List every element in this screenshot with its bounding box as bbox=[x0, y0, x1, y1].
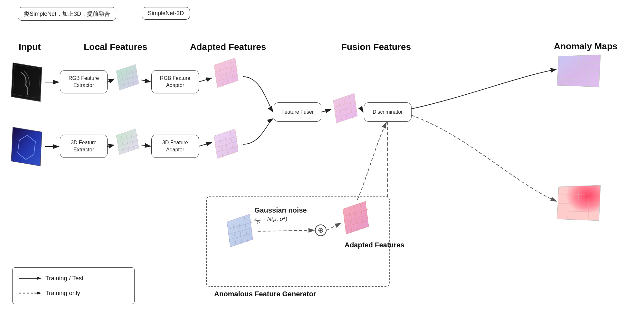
rgb-input-image bbox=[10, 60, 45, 105]
svg-marker-69 bbox=[37, 291, 42, 295]
svg-line-79 bbox=[199, 142, 212, 146]
svg-line-74 bbox=[141, 80, 151, 82]
svg-marker-10 bbox=[116, 129, 139, 155]
adapted-feat-3d bbox=[213, 127, 242, 162]
svg-line-78 bbox=[141, 145, 151, 146]
dashed-arrow-icon bbox=[19, 290, 42, 296]
local-features-title: Local Features bbox=[84, 42, 147, 52]
legend-solid-row: Training / Test bbox=[19, 272, 128, 284]
3d-feature-extractor: 3D FeatureExtractor bbox=[60, 135, 108, 158]
svg-marker-52 bbox=[557, 55, 601, 87]
svg-line-75 bbox=[199, 78, 212, 82]
legend-box: Training / Test Training only bbox=[12, 267, 135, 304]
local-feat-rgb bbox=[115, 63, 140, 95]
top-label-2: SimpleNet-3D bbox=[142, 7, 190, 20]
feature-fuser: Feature Fuser bbox=[274, 102, 321, 122]
legend-solid-label: Training / Test bbox=[45, 272, 83, 284]
discriminator: Discriminator bbox=[364, 102, 412, 122]
svg-marker-67 bbox=[37, 277, 42, 280]
svg-marker-2 bbox=[11, 127, 42, 166]
fusion-features-title: Fusion Features bbox=[341, 42, 411, 52]
input-title: Input bbox=[19, 42, 41, 52]
3d-feature-adaptor: 3D FeatureAdaptor bbox=[151, 135, 199, 158]
anomaly-map-2 bbox=[557, 184, 602, 224]
svg-line-77 bbox=[108, 145, 114, 147]
plus-circle: ⊕ bbox=[315, 224, 327, 236]
gaussian-formula: εijc ~ N(μ, σ2) bbox=[254, 215, 287, 224]
rgb-feature-extractor: RGB Feature Extractor bbox=[60, 70, 108, 93]
adapted-feat-rgb bbox=[213, 56, 242, 91]
adapted-features-bottom-label: Adapted Features bbox=[345, 241, 404, 249]
fusion-feat bbox=[332, 92, 361, 127]
3d-input-image bbox=[10, 124, 45, 169]
anomaly-maps-title: Anomaly Maps bbox=[554, 41, 618, 52]
svg-marker-59 bbox=[557, 185, 601, 221]
legend-dashed-label: Training only bbox=[45, 287, 80, 299]
adapted-features-title: Adapted Features bbox=[190, 42, 266, 52]
anomalous-gen-label: Anomalous Feature Generator bbox=[214, 290, 316, 298]
rgb-feature-adaptor: RGB FeatureAdaptor bbox=[151, 70, 199, 93]
top-label-1: 类SimpleNet，加上3D，提前融合 bbox=[18, 7, 116, 21]
svg-line-80 bbox=[321, 110, 331, 112]
solid-arrow-icon bbox=[19, 275, 42, 282]
svg-line-73 bbox=[108, 79, 114, 82]
svg-line-81 bbox=[361, 109, 363, 112]
svg-marker-0 bbox=[11, 63, 42, 101]
svg-marker-3 bbox=[116, 64, 139, 90]
local-feat-3d bbox=[115, 127, 140, 159]
legend-dashed-row: Training only bbox=[19, 287, 128, 299]
anomaly-map-1 bbox=[557, 53, 602, 90]
diagram-container: 类SimpleNet，加上3D，提前融合 SimpleNet-3D Input … bbox=[0, 0, 644, 334]
gaussian-noise-label: Gaussian noise bbox=[254, 206, 307, 215]
